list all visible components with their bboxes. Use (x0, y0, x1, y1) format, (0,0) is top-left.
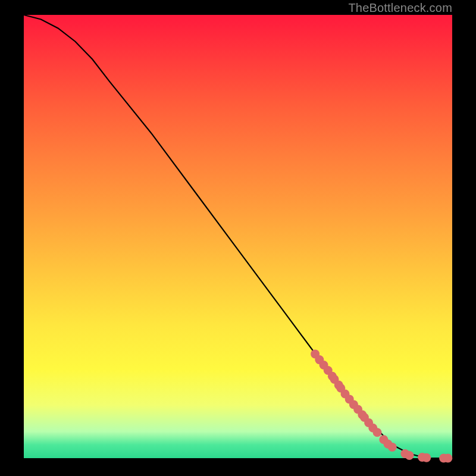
plot-area (24, 15, 452, 458)
watermark-text: TheBottleneck.com (348, 1, 452, 15)
data-marker (405, 451, 414, 460)
data-marker (373, 428, 382, 437)
bottleneck-curve (24, 15, 452, 458)
data-marker (422, 453, 431, 462)
marker-group (311, 349, 452, 462)
chart-frame: TheBottleneck.com (0, 0, 476, 476)
data-marker (388, 443, 397, 452)
data-marker (443, 454, 452, 463)
chart-svg (24, 15, 452, 458)
